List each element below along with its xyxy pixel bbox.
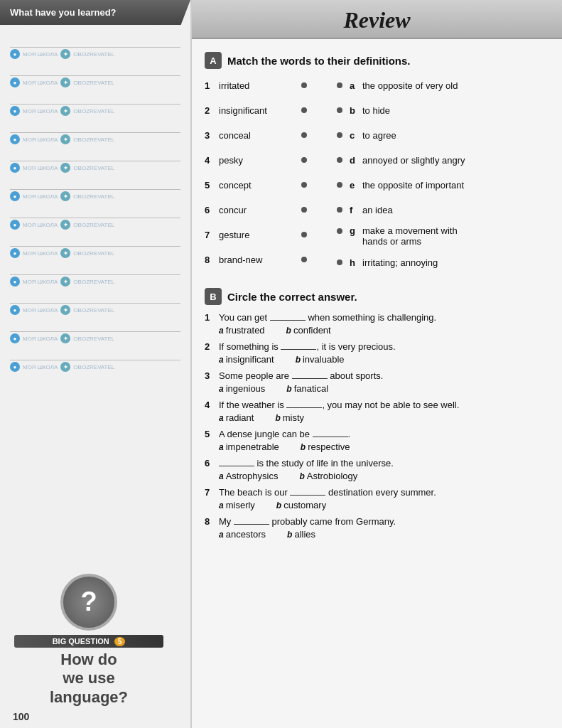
writing-line[interactable] — [10, 149, 180, 161]
answer-options-5: aimpenetrable brespective — [205, 441, 549, 452]
big-question-label: A BIG QUESTION 5 — [14, 635, 163, 648]
watermark-row: ● МОЯ ШКОЛА ✦ OBOZREVATEL — [10, 305, 180, 315]
question-row-2: 2 If something is , it is very precious.… — [205, 341, 549, 365]
wm-logo: ● — [10, 220, 20, 230]
dot-icon — [301, 107, 307, 113]
question-row-7: 7 The beach is our destination every sum… — [205, 487, 549, 510]
section-a-header: A Match the words to their definitions. — [205, 52, 549, 69]
dot-icon — [301, 232, 307, 237]
match-defs-column: a the opposite of very old b to hide c t… — [333, 76, 549, 278]
wm-logo: ✦ — [60, 277, 70, 287]
question-row-1: 1 You can get when something is challeng… — [205, 312, 549, 336]
wm-logo: ● — [10, 277, 20, 287]
watermark-row: ● МОЯ ШКОЛА ✦ OBOZREVATEL — [10, 106, 180, 116]
match-item-4: 4 pesky — [205, 151, 333, 169]
dot-icon — [301, 82, 307, 88]
def-item-d: d annoyed or slightly angry — [333, 151, 549, 169]
content-inner: A Match the words to their definitions. … — [205, 52, 549, 540]
watermark-row: ● МОЯ ШКОЛА ✦ OBOZREVATEL — [10, 77, 180, 87]
answer-option-8b[interactable]: ballies — [287, 529, 315, 540]
watermark-row: ● МОЯ ШКОЛА ✦ OBOZREVATEL — [10, 362, 180, 372]
match-item-8: 8 brand-new — [205, 250, 333, 269]
blank — [286, 407, 322, 408]
writing-line[interactable] — [10, 291, 180, 304]
wm-logo: ✦ — [60, 77, 70, 87]
wm-logo: ● — [10, 248, 20, 258]
writing-line[interactable] — [10, 234, 180, 247]
wm-logo: ✦ — [60, 134, 70, 144]
bq-number: 5 — [114, 637, 126, 646]
answer-option-5b[interactable]: brespective — [301, 441, 350, 452]
question-text-6: 6 is the study of life in the universe. — [205, 458, 549, 469]
watermark-row: ● МОЯ ШКОЛА ✦ OBOZREVATEL — [10, 49, 180, 59]
answer-option-1a[interactable]: afrustrated — [219, 325, 265, 336]
line-group-8: ● МОЯ ШКОЛА ✦ OBOZREVATEL — [10, 234, 180, 258]
question-text-1: 1 You can get when something is challeng… — [205, 312, 549, 323]
answer-options-3: aingenious bfanatical — [205, 383, 549, 394]
wm-logo: ● — [10, 305, 20, 315]
writing-line[interactable] — [10, 92, 180, 105]
answer-option-3a[interactable]: aingenious — [219, 383, 265, 394]
wm-logo: ● — [10, 191, 20, 201]
match-item-2: 2 insignificant — [205, 101, 333, 119]
def-item-e: e the opposite of important — [333, 176, 549, 194]
writing-line[interactable] — [10, 63, 180, 76]
wm-logo: ✦ — [60, 106, 70, 116]
def-item-g: g make a movement withhands or arms — [333, 225, 549, 247]
blank — [270, 320, 306, 321]
answer-option-7b[interactable]: bcustomary — [276, 500, 326, 510]
review-header: Review — [192, 0, 562, 39]
def-item-c: c to agree — [333, 126, 549, 144]
writing-line[interactable] — [10, 177, 180, 190]
dot-icon — [337, 107, 342, 113]
answer-option-6a[interactable]: aAstrophysics — [219, 471, 278, 481]
match-grid: 1 irritated 2 insignificant 3 conceal — [205, 76, 549, 278]
dot-icon — [337, 182, 342, 188]
left-panel: What have you learned? ● МОЯ ШКОЛА ✦ OBO… — [0, 0, 192, 728]
answer-option-1b[interactable]: bconfident — [286, 325, 331, 336]
match-item-6: 6 concur — [205, 200, 333, 219]
review-title: Review — [343, 7, 410, 33]
answer-option-4a[interactable]: aradiant — [219, 412, 254, 423]
def-item-h: h irritating; annoying — [333, 253, 549, 272]
writing-line[interactable] — [10, 262, 180, 275]
blank — [313, 437, 348, 437]
answer-option-3b[interactable]: bfanatical — [286, 383, 328, 394]
answer-option-6b[interactable]: bAstrobiology — [299, 471, 357, 481]
writing-line[interactable] — [10, 348, 180, 360]
question-row-4: 4 If the weather is , you may not be abl… — [205, 400, 549, 423]
wm-logo: ✦ — [60, 362, 70, 372]
question-row-3: 3 Some people are about sports. aingenio… — [205, 370, 549, 394]
right-panel: Review A Match the words to their defini… — [192, 0, 562, 728]
left-lines-area: ● МОЯ ШКОЛА ✦ OBOZREVATEL ● МОЯ ШКОЛА ✦ … — [0, 35, 190, 372]
big-question-box: ? A BIG QUESTION 5 How do we use languag… — [14, 574, 163, 707]
big-question-circle: ? — [60, 574, 117, 631]
left-header-text: What have you learned? — [10, 7, 117, 18]
section-b-header: B Circle the correct answer. — [205, 288, 549, 305]
answer-option-4b[interactable]: bmisty — [275, 412, 304, 423]
watermark-row: ● МОЯ ШКОЛА ✦ OBOZREVATEL — [10, 163, 180, 173]
answer-option-2b[interactable]: binvaluable — [296, 354, 345, 365]
dot-icon — [337, 82, 342, 88]
dot-icon — [301, 182, 307, 188]
answer-option-5a[interactable]: aimpenetrable — [219, 441, 279, 452]
answer-options-2: ainsignificant binvaluable — [205, 354, 549, 365]
dot-icon — [301, 157, 307, 163]
question-row-5: 5 A dense jungle can be . aimpenetrable … — [205, 429, 549, 452]
line-group-9: ● МОЯ ШКОЛА ✦ OBOZREVATEL — [10, 262, 180, 287]
writing-line[interactable] — [10, 319, 180, 332]
dot-icon — [337, 259, 342, 265]
question-row-6: 6 is the study of life in the universe. … — [205, 458, 549, 481]
bq-label-text: BIG QUESTION — [53, 637, 109, 646]
answer-option-7a[interactable]: amiserly — [219, 500, 255, 510]
writing-line[interactable] — [10, 205, 180, 218]
writing-line[interactable] — [10, 35, 180, 48]
watermark-row: ● МОЯ ШКОЛА ✦ OBOZREVATEL — [10, 277, 180, 287]
watermark-row: ● МОЯ ШКОЛА ✦ OBOZREVATEL — [10, 333, 180, 343]
writing-line[interactable] — [10, 120, 180, 133]
def-item-f: f an idea — [333, 200, 549, 219]
answer-option-8a[interactable]: aancestors — [219, 529, 266, 540]
answer-option-2a[interactable]: ainsignificant — [219, 354, 274, 365]
line-group-5: ● МОЯ ШКОЛА ✦ OBOZREVATEL — [10, 149, 180, 173]
question-text-5: 5 A dense jungle can be . — [205, 429, 549, 439]
